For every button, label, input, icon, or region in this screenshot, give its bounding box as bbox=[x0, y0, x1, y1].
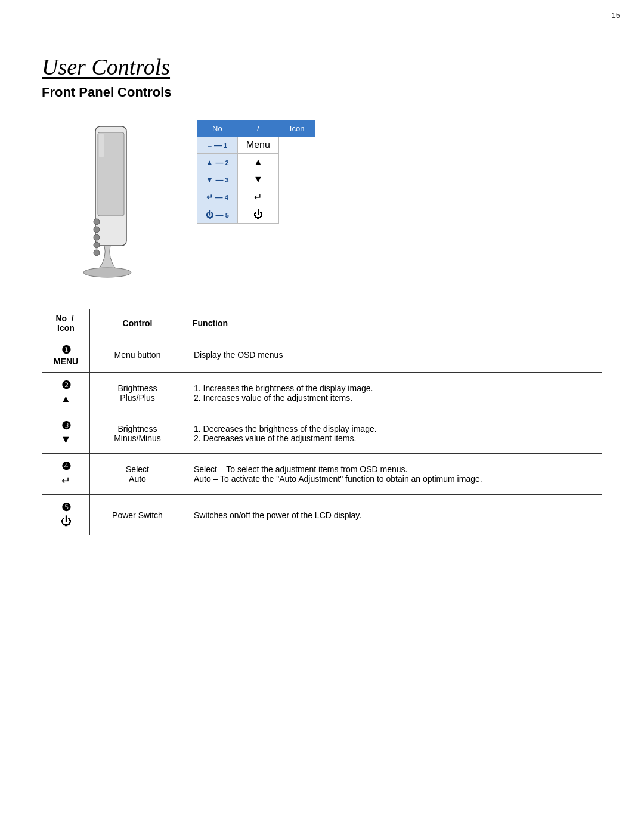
row5-control: Power Switch bbox=[90, 495, 185, 535]
row1-number: ❶ bbox=[61, 344, 71, 356]
row4-icon: ↵ bbox=[51, 474, 81, 487]
icon-row-5: ⏻ — 5 ⏻ bbox=[197, 206, 315, 224]
row3-number: ❸ bbox=[61, 420, 71, 432]
row2-number: ❷ bbox=[61, 379, 71, 391]
row5-no-icon: ❺ ⏻ bbox=[42, 495, 90, 535]
row1-function: Display the OSD menus bbox=[185, 337, 602, 373]
svg-point-5 bbox=[94, 242, 100, 248]
icon-row-1-icon: Menu bbox=[237, 137, 278, 154]
svg-point-4 bbox=[94, 234, 100, 240]
row5-number: ❺ bbox=[61, 501, 71, 513]
icon-row-4: ↵ — 4 ↵ bbox=[197, 188, 315, 206]
icon-row-2-num: ▲ — 2 bbox=[197, 154, 238, 171]
monitor-svg bbox=[54, 120, 161, 287]
page-number: 15 bbox=[612, 11, 620, 20]
icon-table-wrapper: No / Icon ≡ — 1 Menu ▲ — 2 bbox=[197, 120, 315, 224]
diagram-area: No / Icon ≡ — 1 Menu ▲ — 2 bbox=[42, 114, 602, 287]
icon-row-1-num: ≡ — 1 bbox=[197, 137, 238, 154]
icon-row-1: ≡ — 1 Menu bbox=[197, 137, 315, 154]
monitor-illustration bbox=[42, 114, 173, 287]
row4-number: ❹ bbox=[61, 460, 71, 472]
icon-row-4-num: ↵ — 4 bbox=[197, 188, 238, 206]
col-header-function: Function bbox=[185, 309, 602, 337]
svg-rect-8 bbox=[99, 134, 104, 157]
row3-no-icon: ❸ ▼ bbox=[42, 413, 90, 454]
col-header-control: Control bbox=[90, 309, 185, 337]
row5-icon: ⏻ bbox=[51, 515, 81, 528]
row3-icon: ▼ bbox=[51, 433, 81, 446]
row2-icon: ▲ bbox=[51, 393, 81, 405]
table-row-1: ❶ MENU Menu button Display the OSD menus bbox=[42, 337, 602, 373]
icon-row-4-icon: ↵ bbox=[237, 188, 278, 206]
icon-row-5-icon: ⏻ bbox=[237, 206, 278, 224]
icon-table-header-no: No bbox=[197, 121, 238, 137]
controls-table: No / Icon Control Function ❶ MENU Menu b… bbox=[42, 309, 602, 535]
svg-point-3 bbox=[94, 227, 100, 233]
icon-mini-table: No / Icon ≡ — 1 Menu ▲ — 2 bbox=[197, 120, 315, 224]
icon-row-2-icon: ▲ bbox=[237, 154, 278, 171]
icon-row-3: ▼ — 3 ▼ bbox=[197, 171, 315, 188]
col-header-no-icon: No / Icon bbox=[42, 309, 90, 337]
row3-control: BrightnessMinus/Minus bbox=[90, 413, 185, 454]
row4-function: Select – To select the adjustment items … bbox=[185, 454, 602, 495]
row1-control: Menu button bbox=[90, 337, 185, 373]
icon-row-2: ▲ — 2 ▲ bbox=[197, 154, 315, 171]
row4-no-icon: ❹ ↵ bbox=[42, 454, 90, 495]
row2-no-icon: ❷ ▲ bbox=[42, 373, 90, 413]
section-title: Front Panel Controls bbox=[42, 85, 602, 100]
row4-control: SelectAuto bbox=[90, 454, 185, 495]
icon-row-5-num: ⏻ — 5 bbox=[197, 206, 238, 224]
row5-function: Switches on/off the power of the LCD dis… bbox=[185, 495, 602, 535]
row1-icon-label: MENU bbox=[54, 357, 78, 366]
svg-point-7 bbox=[83, 268, 131, 277]
icon-row-3-icon: ▼ bbox=[237, 171, 278, 188]
table-row-5: ❺ ⏻ Power Switch Switches on/off the pow… bbox=[42, 495, 602, 535]
controls-table-header-row: No / Icon Control Function bbox=[42, 309, 602, 337]
svg-point-6 bbox=[94, 250, 100, 256]
top-rule bbox=[36, 23, 620, 23]
icon-table-header-slash: / bbox=[237, 121, 278, 137]
icon-table-header-icon: Icon bbox=[278, 121, 315, 137]
table-row-3: ❸ ▼ BrightnessMinus/Minus 1. Decreases t… bbox=[42, 413, 602, 454]
page-title: User Controls bbox=[42, 54, 602, 80]
icon-row-3-num: ▼ — 3 bbox=[197, 171, 238, 188]
table-row-4: ❹ ↵ SelectAuto Select – To select the ad… bbox=[42, 454, 602, 495]
row2-control: BrightnessPlus/Plus bbox=[90, 373, 185, 413]
row3-function: 1. Decreases the brightness of the displ… bbox=[185, 413, 602, 454]
row1-no-icon: ❶ MENU bbox=[42, 337, 90, 373]
table-row-2: ❷ ▲ BrightnessPlus/Plus 1. Increases the… bbox=[42, 373, 602, 413]
row2-function: 1. Increases the brightness of the displ… bbox=[185, 373, 602, 413]
svg-point-2 bbox=[94, 219, 100, 225]
